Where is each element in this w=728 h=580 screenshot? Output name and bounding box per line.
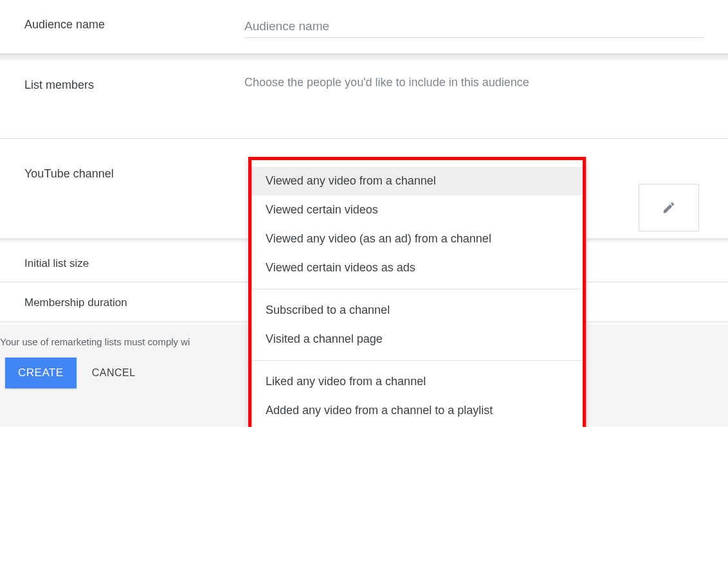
audience-name-content bbox=[244, 15, 704, 38]
list-members-description: Choose the people you'd like to include … bbox=[244, 76, 704, 89]
dropdown-item-added-to-playlist[interactable]: Added any video from a channel to a play… bbox=[251, 396, 583, 425]
audience-name-label: Audience name bbox=[24, 15, 244, 32]
audience-name-section: Audience name bbox=[0, 0, 728, 54]
pencil-icon bbox=[662, 201, 676, 215]
form-container: Audience name List members Choose the pe… bbox=[0, 0, 728, 427]
cancel-button[interactable]: CANCEL bbox=[92, 367, 136, 379]
audience-name-input[interactable] bbox=[244, 15, 704, 38]
dropdown-item-viewed-certain-videos[interactable]: Viewed certain videos bbox=[251, 195, 583, 224]
dropdown-item-visited-channel-page[interactable]: Visited a channel page bbox=[251, 325, 583, 354]
list-members-section: List members Choose the people you'd lik… bbox=[0, 60, 728, 139]
policy-prefix: Your use of remarketing lists must compl… bbox=[0, 336, 190, 347]
dropdown-item-viewed-certain-videos-as-ads[interactable]: Viewed certain videos as ads bbox=[251, 253, 583, 282]
list-members-content: Choose the people you'd like to include … bbox=[244, 76, 704, 100]
dropdown-item-viewed-any-video-as-ad[interactable]: Viewed any video (as an ad) from a chann… bbox=[251, 224, 583, 253]
list-members-dropdown: Viewed any video from a channel Viewed c… bbox=[248, 157, 586, 427]
initial-list-size-label: Initial list size bbox=[24, 255, 244, 270]
dropdown-item-subscribed[interactable]: Subscribed to a channel bbox=[251, 296, 583, 325]
dropdown-item-viewed-any-video[interactable]: Viewed any video from a channel bbox=[251, 167, 583, 195]
dropdown-item-commented[interactable]: Commented on any video from a channel bbox=[251, 425, 583, 427]
membership-duration-label: Membership duration bbox=[24, 294, 244, 309]
dropdown-item-liked[interactable]: Liked any video from a channel bbox=[251, 367, 583, 396]
create-button[interactable]: CREATE bbox=[5, 358, 77, 388]
dropdown-group: Subscribed to a channel Visited a channe… bbox=[251, 289, 583, 361]
section-divider bbox=[0, 54, 728, 60]
edit-channel-button[interactable] bbox=[639, 184, 699, 231]
youtube-channel-label: YouTube channel bbox=[24, 165, 244, 181]
dropdown-group: Viewed any video from a channel Viewed c… bbox=[251, 160, 583, 289]
list-members-label: List members bbox=[24, 76, 244, 92]
dropdown-group: Liked any video from a channel Added any… bbox=[251, 361, 583, 427]
